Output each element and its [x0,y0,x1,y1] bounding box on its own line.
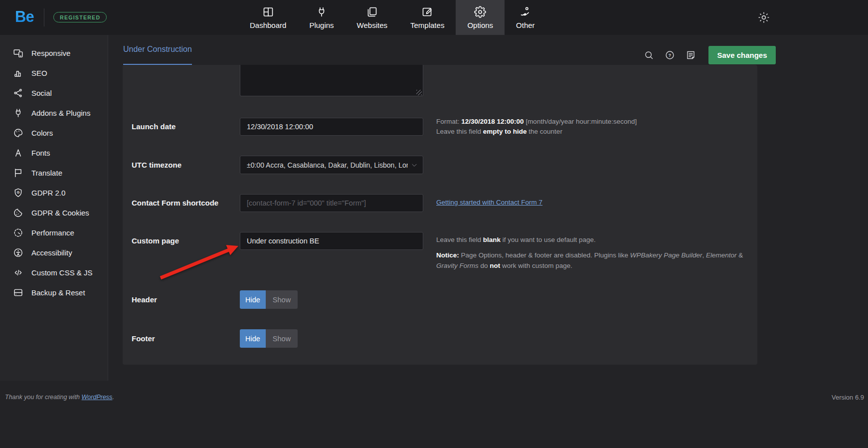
wordpress-credit: Thank you for creating with WordPress. [5,394,114,401]
nav-tab-label: Options [467,21,493,29]
custom-page-notice: Notice: Page Options, header & footer ar… [436,250,765,271]
sidebar-item-gdpr-cookies[interactable]: GDPR & Cookies [0,203,108,223]
sidebar-item-addons-plugins[interactable]: Addons & Plugins [0,103,108,123]
sidebar-item-backup-reset[interactable]: Backup & Reset [0,282,108,302]
dashboard-icon [262,6,274,18]
nav-tab-plugins[interactable]: Plugins [298,0,345,35]
nav-tab-templates[interactable]: Templates [399,0,456,35]
shield-g-icon: G [13,188,23,198]
red-arrow-annotation [150,237,250,287]
under-construction-panel: Launch date Format: 12/30/2018 12:00:00 … [123,65,757,365]
svg-text:?: ? [669,52,671,57]
custom-page-input[interactable] [240,232,423,250]
nav-tab-dashboard[interactable]: Dashboard [238,0,298,35]
responsive-devices-icon [13,48,23,58]
launch-date-hint: Format: 12/30/2018 12:00:00 [month/day/y… [436,117,745,137]
launch-date-label: Launch date [132,118,175,136]
save-changes-button[interactable]: Save changes [708,46,776,64]
chevron-down-icon [411,162,418,169]
footer-hide-button[interactable]: Hide [240,329,266,348]
header-hide-button[interactable]: Hide [240,290,266,309]
contact-form-7-link[interactable]: Getting started with Contact Form 7 [436,199,542,206]
contact-form-label: Contact Form shortcode [132,194,218,212]
sidebar-item-social[interactable]: Social [0,83,108,103]
notes-icon[interactable] [686,50,696,60]
plug-icon [316,6,328,18]
sidebar-item-performance[interactable]: Performance [0,223,108,242]
sidebar-item-accessibility[interactable]: Accessibility [0,242,108,262]
footer-show-button[interactable]: Show [266,329,298,348]
sidebar-item-label: Translate [31,169,62,177]
sun-icon[interactable] [757,11,770,24]
footer-toggle-label: Footer [132,329,155,348]
nav-tab-label: Plugins [309,21,334,29]
main-content: Under Construction ? Save changes Launch… [108,35,868,381]
sidebar-item-label: Performance [31,228,74,237]
sidebar-item-label: Colors [31,129,53,137]
contact-form-input[interactable] [240,194,423,212]
tab-under-construction[interactable]: Under Construction [123,35,192,65]
custom-text-textarea[interactable] [240,65,423,96]
code-icon [13,267,23,278]
palette-icon [13,128,23,138]
nav-tab-websites[interactable]: Websites [346,0,399,35]
registered-badge: REGISTERED [53,12,107,22]
utc-timezone-label: UTC timezone [132,156,181,174]
header-toggle-label: Header [132,290,157,309]
footer-toggle: Hide Show [240,329,298,348]
top-bar: Be REGISTERED Dashboard Plugins Websites [0,0,868,35]
sidebar-item-label: SEO [31,69,47,77]
nav-tab-label: Dashboard [250,21,286,29]
search-icon[interactable] [644,50,654,60]
nav-tab-options[interactable]: Options [456,0,505,35]
flag-icon [13,168,23,178]
nav-tab-label: Websites [357,21,387,29]
sidebar-item-label: GDPR & Cookies [31,209,89,217]
sidebar-item-label: Addons & Plugins [31,109,90,117]
custom-page-hint: Leave this field blank if you want to us… [436,235,745,245]
sidebar-item-label: Responsive [31,49,70,57]
accessibility-icon [13,247,23,258]
backup-drive-icon [13,287,23,298]
sidebar-item-responsive[interactable]: Responsive [0,43,108,63]
sidebar-item-label: GDPR 2.0 [31,189,65,197]
cookie-icon [13,208,23,218]
bar-chart-icon [13,68,23,78]
sidebar: Responsive SEO Social Addons & Plugins C… [0,35,108,381]
sidebar-item-seo[interactable]: SEO [0,63,108,83]
sidebar-item-fonts[interactable]: Fonts [0,143,108,163]
sidebar-item-label: Fonts [31,149,50,157]
wordpress-link[interactable]: WordPress [82,394,113,401]
sidebar-item-label: Social [31,89,52,97]
share-icon [13,88,23,98]
websites-icon [366,6,378,18]
hand-support-icon [520,6,531,18]
speedometer-icon [13,227,23,238]
nav-tab-label: Other [516,21,535,29]
version-label: Version 6.9 [832,394,864,401]
templates-icon [421,6,433,18]
sidebar-item-translate[interactable]: Translate [0,163,108,183]
utc-timezone-selected-value: ±0:00 Accra, Casablanca, Dakar, Dublin, … [247,161,408,169]
logo-divider [44,8,44,26]
be-logo: Be [15,8,34,26]
sidebar-item-label: Custom CSS & JS [31,268,93,277]
nav-tab-other[interactable]: Other [505,0,546,35]
plug-icon [13,108,23,118]
sidebar-item-custom-css-js[interactable]: Custom CSS & JS [0,262,108,282]
launch-date-input[interactable] [240,118,423,136]
page-footer: Thank you for creating with WordPress. V… [0,381,868,448]
svg-text:G: G [17,191,20,194]
nav-tab-label: Templates [410,21,444,29]
help-icon[interactable]: ? [665,50,675,60]
header-toggle: Hide Show [240,290,298,309]
font-a-icon [13,148,23,158]
textarea-resize-grip[interactable] [416,90,422,95]
sidebar-item-label: Accessibility [31,248,72,257]
gear-icon [474,6,486,18]
sidebar-item-gdpr-2[interactable]: G GDPR 2.0 [0,183,108,203]
sidebar-item-label: Backup & Reset [31,288,85,297]
sidebar-item-colors[interactable]: Colors [0,123,108,143]
utc-timezone-select[interactable]: ±0:00 Accra, Casablanca, Dakar, Dublin, … [240,156,423,174]
header-show-button[interactable]: Show [266,290,298,309]
